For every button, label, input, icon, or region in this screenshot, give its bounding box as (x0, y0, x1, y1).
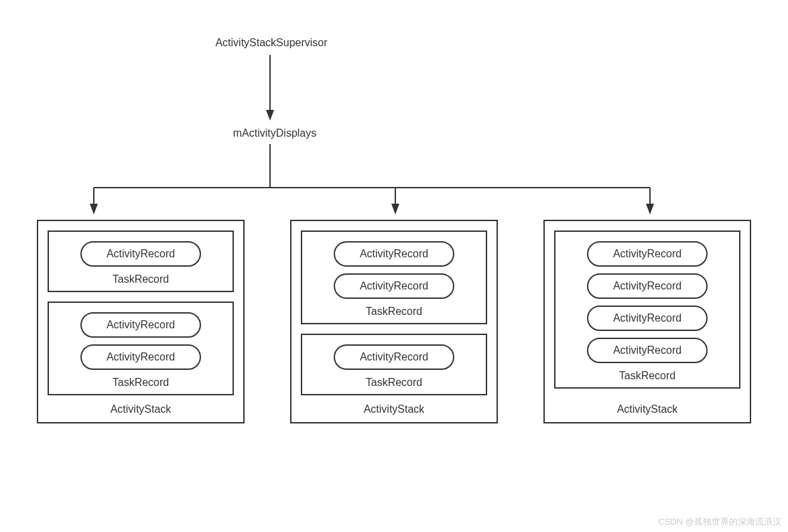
activity-record: ActivityRecord (80, 241, 201, 267)
watermark: CSDN @孤独世界的深海流浪汉 (658, 516, 781, 528)
supervisor-label: ActivityStackSupervisor (201, 37, 342, 49)
task-record: ActivityRecordActivityRecordTaskRecord (48, 302, 234, 395)
task-record-label: TaskRecord (49, 273, 233, 285)
task-record: ActivityRecordTaskRecord (301, 334, 487, 395)
activity-record: ActivityRecord (334, 344, 454, 370)
task-record-label: TaskRecord (302, 377, 486, 389)
activity-stack-label: ActivityStack (545, 403, 750, 415)
task-record-label: TaskRecord (49, 377, 233, 389)
activity-stack-label: ActivityStack (38, 403, 243, 415)
activity-record: ActivityRecord (80, 344, 201, 370)
displays-label: mActivityDisplays (214, 127, 335, 139)
activity-stack: ActivityRecordTaskRecordActivityRecordAc… (37, 220, 245, 423)
activity-record: ActivityRecord (334, 273, 454, 299)
activity-stack: ActivityRecordActivityRecordTaskRecordAc… (290, 220, 498, 423)
activity-record: ActivityRecord (587, 273, 708, 299)
activity-record: ActivityRecord (587, 241, 708, 267)
task-record-label: TaskRecord (555, 370, 739, 382)
activity-record: ActivityRecord (334, 241, 454, 267)
stacks-row: ActivityRecordTaskRecordActivityRecordAc… (37, 220, 751, 423)
activity-record: ActivityRecord (80, 312, 201, 338)
task-record: ActivityRecordActivityRecordActivityReco… (554, 230, 740, 389)
activity-record: ActivityRecord (587, 338, 708, 363)
task-record: ActivityRecordActivityRecordTaskRecord (301, 230, 487, 324)
task-record: ActivityRecordTaskRecord (48, 230, 234, 292)
task-record-label: TaskRecord (302, 306, 486, 318)
activity-stack-label: ActivityStack (291, 403, 497, 415)
activity-stack: ActivityRecordActivityRecordActivityReco… (543, 220, 751, 423)
activity-record: ActivityRecord (587, 306, 708, 331)
